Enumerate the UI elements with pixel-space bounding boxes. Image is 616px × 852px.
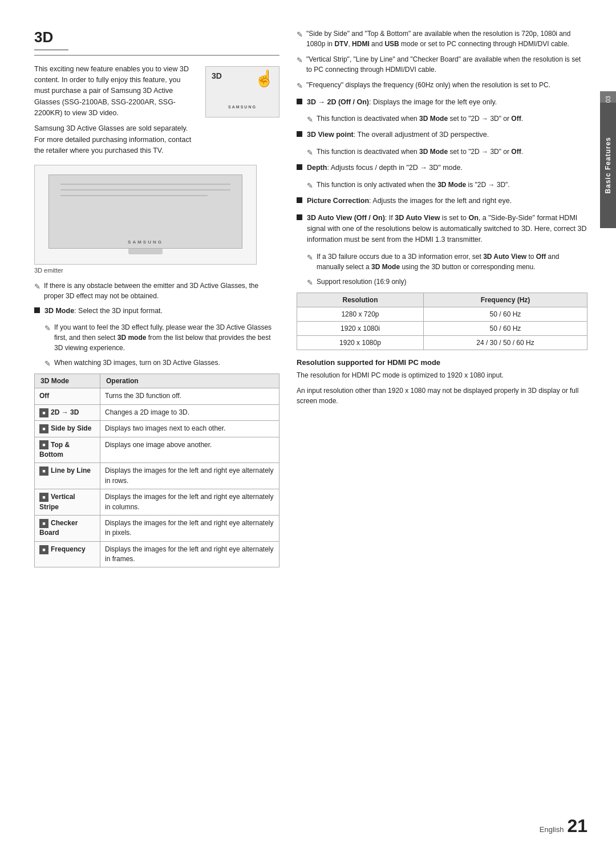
bold-3d-mode-ref3: 3D Mode bbox=[437, 181, 466, 189]
tv-line1 bbox=[60, 184, 230, 185]
bold-off-1: Off bbox=[511, 115, 521, 123]
res-row-0-freq: 50 / 60 Hz bbox=[423, 307, 587, 322]
support-note-text: Support resolution (16:9 only) bbox=[317, 277, 406, 289]
bold-on: On bbox=[468, 214, 478, 222]
mode-icon-1: ■ bbox=[39, 408, 48, 417]
viewpoint-text: 3D View point: The overall adjustment of… bbox=[307, 129, 587, 140]
right-note-icon-3: ✎ bbox=[297, 80, 303, 92]
3d-2d-text: 3D → 2D (Off / On): Displays the image f… bbox=[307, 97, 587, 108]
3d-to-2d-section: 3D → 2D (Off / On): Displays the image f… bbox=[297, 97, 587, 108]
depth-section: Depth: Adjusts focus / depth in "2D → 3D… bbox=[297, 163, 587, 173]
table-desc-cell-5: Displays the images for the left and rig… bbox=[100, 489, 279, 516]
intro-para1: This exciting new feature enables you to… bbox=[34, 64, 196, 119]
tv-large-illustration: SAMSUNG bbox=[34, 165, 257, 265]
mode-icon-4: ■ bbox=[39, 466, 48, 476]
note-icon-2: ✎ bbox=[44, 358, 51, 370]
3d-viewpoint-section: 3D View point: The overall adjustment of… bbox=[297, 129, 587, 140]
picture-text: Picture Correction: Adjusts the images f… bbox=[307, 196, 587, 206]
table-desc-cell-0: Turns the 3D function off. bbox=[100, 388, 279, 404]
autoview-sub-icon: ✎ bbox=[307, 252, 313, 272]
chapter-tab: Basic Features bbox=[600, 103, 616, 228]
table-header-operation: Operation bbox=[100, 374, 279, 388]
3d-2d-sub-text: This function is deactivated when 3D Mod… bbox=[317, 113, 523, 125]
intro-text: This exciting new feature enables you to… bbox=[34, 64, 196, 157]
bold-3d-mode-ref4: 3D Mode bbox=[371, 263, 400, 271]
3d-mode-label: 3D Mode bbox=[44, 307, 74, 315]
viewpoint-sub-text: This function is deactivated when 3D Mod… bbox=[317, 147, 523, 159]
tv-small-image: 3D ☝ SAMSUNG bbox=[205, 66, 279, 117]
tv-screen-area: SAMSUNG bbox=[48, 175, 242, 249]
obstacle-note-text: If there is any obstacle between the emi… bbox=[44, 281, 279, 301]
emitter-label: 3D emitter bbox=[34, 267, 279, 274]
autoview-text: 3D Auto View (Off / On): If 3D Auto View… bbox=[307, 213, 587, 246]
3d-2d-sub: ✎ This function is deactivated when 3D M… bbox=[307, 113, 587, 125]
mode-icon-6: ■ bbox=[39, 519, 48, 528]
hand-icon: ☝ bbox=[254, 69, 274, 88]
right-note-1: ✎ "Side by Side" and "Top & Bottom" are … bbox=[297, 29, 587, 49]
3d-mode-desc: Select the 3D input format. bbox=[78, 307, 163, 315]
tv-line2 bbox=[60, 189, 230, 190]
table-desc-cell-7: Displays the images for the left and rig… bbox=[100, 541, 279, 567]
right-note-1-text: "Side by Side" and "Top & Bottom" are av… bbox=[306, 29, 587, 49]
bullet-3d-2d bbox=[297, 99, 302, 104]
footer: English 21 bbox=[540, 817, 587, 835]
tv-box: 3D ☝ SAMSUNG bbox=[205, 66, 279, 117]
3d-mode-note1: ✎ If you want to feel the 3D effect full… bbox=[44, 322, 279, 353]
res-col1: Resolution bbox=[297, 293, 424, 307]
intro-para2: Samsung 3D Active Glasses are sold separ… bbox=[34, 123, 196, 156]
resolution-table: Resolution Frequency (Hz) 1280 x 720p50 … bbox=[297, 293, 587, 350]
table-mode-cell-5: ■Vertical Stripe bbox=[35, 489, 100, 516]
hdmi-section: Resolution supported for HDMI PC mode Th… bbox=[297, 358, 587, 407]
chapter-label: Basic Features bbox=[604, 137, 612, 193]
bold-usb: USB bbox=[384, 40, 399, 48]
3d-mode-section: 3D Mode: Select the 3D input format. bbox=[34, 306, 279, 317]
autoview-sub: ✎ If a 3D failure occurs due to a 3D inf… bbox=[307, 251, 587, 272]
table-mode-cell-1: ■2D → 3D bbox=[35, 404, 100, 420]
table-mode-cell-3: ■Top & Bottom bbox=[35, 437, 100, 463]
table-header-mode: 3D Mode bbox=[35, 374, 100, 388]
right-sections: 3D → 2D (Off / On): Displays the image f… bbox=[297, 97, 587, 407]
right-note-icon-1: ✎ bbox=[297, 29, 303, 49]
viewpoint-sub: ✎ This function is deactivated when 3D M… bbox=[307, 147, 587, 159]
table-mode-cell-4: ■Line by Line bbox=[35, 463, 100, 489]
depth-text: Depth: Adjusts focus / depth in "2D → 3D… bbox=[307, 163, 587, 173]
note-icon-1: ✎ bbox=[44, 323, 51, 353]
footer-page-number: 21 bbox=[567, 817, 587, 835]
picture-correction-section: Picture Correction: Adjusts the images f… bbox=[297, 196, 587, 206]
table-desc-cell-1: Changes a 2D image to 3D. bbox=[100, 404, 279, 420]
res-row-0-res: 1280 x 720p bbox=[297, 307, 424, 322]
hdmi-text1: The resolution for HDMI PC mode is optim… bbox=[297, 370, 587, 381]
res-row-2-freq: 24 / 30 / 50 / 60 Hz bbox=[423, 336, 587, 350]
3d-2d-bold: 3D → 2D (Off / On) bbox=[307, 98, 369, 106]
support-note-icon: ✎ bbox=[307, 277, 313, 289]
depth-sub-text: This function is only activated when the… bbox=[317, 180, 510, 192]
bold-3d-mode-ref1: 3D Mode bbox=[419, 115, 448, 123]
bold-3d-mode-ref2: 3D Mode bbox=[419, 148, 448, 156]
bold-autoview-ref: 3D Auto View bbox=[395, 214, 440, 222]
table-mode-cell-0: Off bbox=[35, 388, 100, 404]
bold-3d-mode: 3D mode bbox=[117, 334, 147, 342]
hdmi-text2: An input resolution other than 1920 x 10… bbox=[297, 386, 587, 407]
3d-mode-table: 3D Mode Operation OffTurns the 3D functi… bbox=[34, 374, 279, 567]
mode-icon-5: ■ bbox=[39, 493, 48, 502]
table-desc-cell-4: Displays the images for the left and rig… bbox=[100, 463, 279, 489]
bullet-square bbox=[34, 307, 40, 313]
3d-2d-sub-icon: ✎ bbox=[307, 114, 313, 125]
right-note-icon-2: ✎ bbox=[297, 55, 303, 75]
3d-mode-note2: ✎ When watching 3D images, turn on 3D Ac… bbox=[44, 358, 279, 370]
bold-dtv: DTV bbox=[334, 40, 348, 48]
support-note: ✎ Support resolution (16:9 only) bbox=[307, 277, 587, 289]
tv-brand: SAMSUNG bbox=[128, 240, 163, 245]
table-desc-cell-2: Displays two images next to each other. bbox=[100, 421, 279, 437]
footer-language: English bbox=[540, 825, 564, 834]
bold-off-3: Off bbox=[536, 253, 546, 261]
chapter-number: 03 bbox=[605, 96, 611, 103]
right-note-2: ✎ "Vertical Strip", "Line by Line" and "… bbox=[297, 54, 587, 75]
picture-bold: Picture Correction bbox=[307, 197, 369, 205]
3d-mode-note2-text: When watching 3D images, turn on 3D Acti… bbox=[54, 358, 220, 370]
mode-icon-3: ■ bbox=[39, 440, 48, 449]
bullet-depth bbox=[297, 164, 302, 170]
table-desc-cell-3: Displays one image above another. bbox=[100, 437, 279, 463]
3d-mode-note1-text: If you want to feel the 3D effect fully,… bbox=[54, 322, 279, 353]
two-column-layout: 3D This exciting new feature enables you… bbox=[34, 29, 587, 574]
